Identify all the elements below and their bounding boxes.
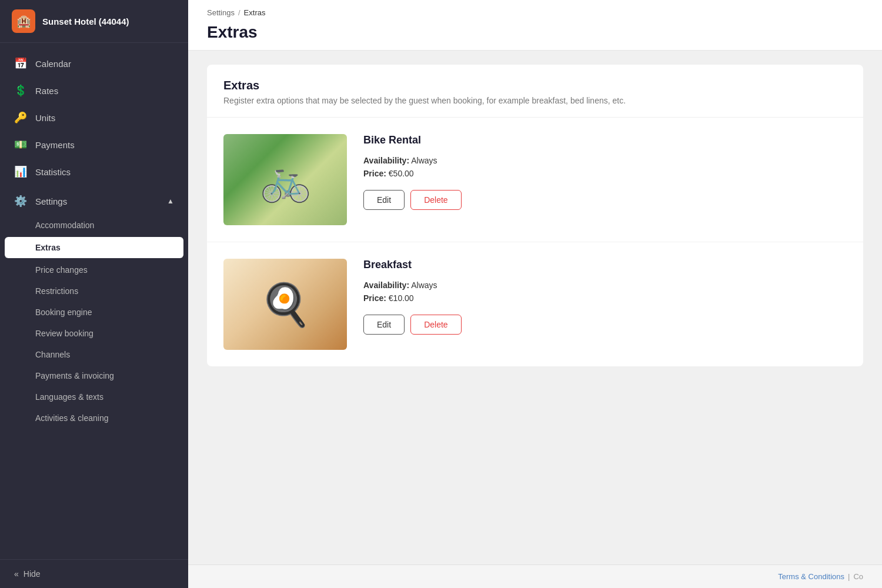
content-area: Extras Register extra options that may b… [188,51,882,564]
extras-card-header: Extras Register extra options that may b… [207,65,863,118]
breadcrumb-bar: Settings / Extras Extras [188,0,882,51]
bike-rental-price: Price: €50.00 [363,169,847,178]
extras-card-title: Extras [223,79,847,92]
breakfast-image [223,259,347,350]
bike-rental-image [223,134,347,225]
sidebar-item-payments[interactable]: 💵 Payments [0,131,188,158]
main-content: Settings / Extras Extras Extras Register… [188,0,882,588]
sidebar-item-price-changes[interactable]: Price changes [0,259,188,280]
extras-card-description: Register extra options that may be selec… [223,96,847,105]
breakfast-edit-button[interactable]: Edit [363,315,405,335]
extras-card: Extras Register extra options that may b… [207,65,863,366]
bike-rental-actions: Edit Delete [363,190,847,210]
settings-icon: ⚙️ [14,195,27,208]
sidebar-item-payments-invoicing[interactable]: Payments & invoicing [0,365,188,386]
sidebar-item-label: Units [35,113,55,123]
breakfast-delete-button[interactable]: Delete [410,315,461,335]
sidebar-item-statistics[interactable]: 📊 Statistics [0,158,188,185]
breakfast-actions: Edit Delete [363,315,847,335]
sidebar-item-languages-texts[interactable]: Languages & texts [0,386,188,407]
sidebar-item-channels[interactable]: Channels [0,344,188,365]
bike-rental-info: Bike Rental Availability: Always Price: … [363,134,847,210]
hotel-name: Sunset Hotel (44044) [42,16,129,26]
breadcrumb: Settings / Extras [207,8,863,17]
terms-conditions-link[interactable]: Terms & Conditions [778,572,844,581]
rates-icon: 💲 [14,84,27,97]
payments-icon: 💵 [14,138,27,151]
sidebar-item-units[interactable]: 🔑 Units [0,104,188,131]
footer-separator: | [848,572,850,581]
hide-label: Hide [24,569,41,579]
breadcrumb-separator: / [238,8,240,17]
page-title: Extras [207,23,863,42]
sidebar-item-booking-engine[interactable]: Booking engine [0,302,188,323]
sidebar-item-rates[interactable]: 💲 Rates [0,77,188,104]
settings-section: ⚙️ Settings ▲ Accommodation Extras Price… [0,188,188,429]
sidebar-item-label: Payments [35,140,75,150]
sidebar-item-label: Statistics [35,167,71,177]
sidebar-header: 🏨 Sunset Hotel (44044) [0,0,188,43]
units-icon: 🔑 [14,111,27,124]
sidebar-item-extras[interactable]: Extras [5,237,183,258]
sidebar-item-activities-cleaning[interactable]: Activities & cleaning [0,407,188,429]
breakfast-availability: Availability: Always [363,280,847,290]
sidebar-item-calendar[interactable]: 📅 Calendar [0,50,188,77]
breadcrumb-settings-link[interactable]: Settings [207,8,235,17]
app-logo: 🏨 [12,9,35,33]
page-footer: Terms & Conditions | Co [188,564,882,588]
sidebar: 🏨 Sunset Hotel (44044) 📅 Calendar 💲 Rate… [0,0,188,588]
breakfast-info: Breakfast Availability: Always Price: €1… [363,259,847,335]
bike-rental-availability: Availability: Always [363,156,847,165]
chevron-up-icon: ▲ [167,197,174,205]
sidebar-nav: 📅 Calendar 💲 Rates 🔑 Units 💵 Payments 📊 … [0,43,188,559]
bike-rental-edit-button[interactable]: Edit [363,190,405,210]
breakfast-name: Breakfast [363,259,847,271]
settings-label: Settings [35,196,67,206]
footer-co: Co [853,572,863,581]
breakfast-price: Price: €10.00 [363,293,847,303]
sidebar-item-label: Calendar [35,59,71,69]
statistics-icon: 📊 [14,165,27,178]
breadcrumb-current: Extras [244,8,266,17]
settings-submenu: Accommodation Extras Price changes Restr… [0,215,188,429]
extra-item-bike-rental: Bike Rental Availability: Always Price: … [207,118,863,242]
bike-rental-delete-button[interactable]: Delete [410,190,461,210]
chevron-left-icon: « [14,569,19,579]
sidebar-item-review-booking[interactable]: Review booking [0,323,188,344]
sidebar-item-restrictions[interactable]: Restrictions [0,280,188,302]
extra-item-breakfast: Breakfast Availability: Always Price: €1… [207,242,863,366]
hide-sidebar-button[interactable]: « Hide [0,559,188,588]
settings-nav-header[interactable]: ⚙️ Settings ▲ [0,188,188,215]
calendar-icon: 📅 [14,57,27,70]
bike-rental-name: Bike Rental [363,134,847,146]
sidebar-item-accommodation[interactable]: Accommodation [0,215,188,236]
sidebar-item-label: Rates [35,86,58,96]
